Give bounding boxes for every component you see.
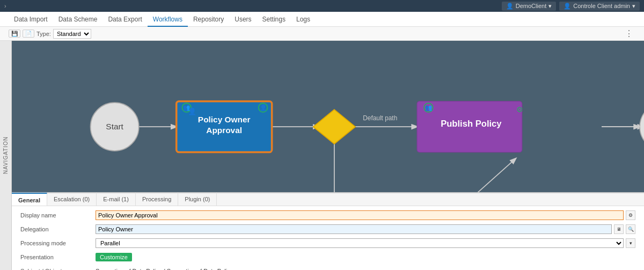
more-options-button[interactable]: ⋮ — [623, 28, 635, 39]
nav-label: NAVIGATION — [3, 136, 9, 174]
processing-mode-field: Parallel ▾ — [96, 237, 635, 249]
subject-object-field: Separation of Duty Policy / Separation o… — [96, 265, 635, 270]
admin-chevron: ▾ — [632, 3, 635, 10]
svg-text:⚙: ⚙ — [516, 105, 523, 114]
svg-text:Policy Owner: Policy Owner — [198, 115, 251, 124]
svg-text:Default path: Default path — [363, 114, 397, 122]
presentation-label: Presentation — [20, 251, 96, 263]
client-label: DemoClient — [516, 3, 546, 9]
save-alt-button[interactable]: 📄 — [23, 30, 34, 38]
tab-data-import[interactable]: Data Import — [9, 12, 53, 27]
subject-object-value: Separation of Duty Policy / Separation o… — [96, 268, 233, 270]
processing-mode-label: Processing mode — [20, 237, 96, 249]
top-bar-right: 👤 DemoClient ▾ 👤 Controle Client admin ▾ — [502, 2, 640, 11]
tab-general[interactable]: General — [12, 193, 47, 206]
save-button[interactable]: 💾 — [9, 30, 20, 38]
bottom-tabs: General Escalation (0) E-mail (1) Proces… — [12, 193, 644, 206]
delegation-input[interactable] — [96, 224, 612, 234]
svg-text:👤: 👤 — [188, 107, 197, 116]
display-name-label: Display name — [20, 209, 96, 221]
tab-repository[interactable]: Repository — [188, 12, 229, 27]
svg-text:👤: 👤 — [260, 104, 267, 111]
svg-marker-16 — [313, 110, 355, 144]
tab-processing[interactable]: Processing — [136, 193, 178, 206]
bottom-panel: General Escalation (0) E-mail (1) Proces… — [12, 192, 644, 270]
processing-mode-select[interactable]: Parallel — [96, 238, 624, 248]
presentation-field: Customize — [96, 251, 635, 263]
tab-users[interactable]: Users — [229, 12, 257, 27]
customize-button[interactable]: Customize — [96, 253, 132, 261]
display-name-icon-btn[interactable]: ⚙ — [626, 210, 635, 220]
svg-text:Publish Policy: Publish Policy — [441, 119, 502, 129]
type-select[interactable]: Standard — [53, 29, 91, 39]
svg-text:Approval: Approval — [206, 126, 242, 135]
delegation-label: Delegation — [20, 223, 96, 235]
top-bar: › 👤 DemoClient ▾ 👤 Controle Client admin… — [0, 0, 644, 12]
nav-tabs: Data Import Data Scheme Data Export Work… — [0, 12, 644, 27]
tab-plugin[interactable]: Plugin (0) — [178, 193, 217, 206]
display-name-field: ⚙ — [96, 209, 635, 221]
tab-workflows[interactable]: Workflows — [148, 12, 188, 27]
delegation-monitor-btn[interactable]: 🖥 — [614, 224, 624, 234]
tab-logs[interactable]: Logs — [291, 12, 316, 27]
expand-icon[interactable]: › — [4, 3, 15, 9]
workflow-canvas-area[interactable]: Start 👥 👤 👤 Policy Owner Approval Defaul… — [12, 41, 644, 270]
toolbar: 💾 📄 Type: Standard ⋮ — [0, 27, 644, 41]
delegation-field: 🖥 🔍 — [96, 223, 635, 235]
left-nav: NAVIGATION — [0, 41, 12, 270]
admin-label: Controle Client admin — [573, 3, 630, 9]
subject-object-label: Subject / Object — [20, 265, 96, 270]
type-label: Type: — [36, 31, 51, 37]
tab-data-export[interactable]: Data Export — [103, 12, 147, 27]
tab-settings[interactable]: Settings — [257, 12, 291, 27]
admin-icon: 👤 — [564, 3, 571, 10]
tab-escalation[interactable]: Escalation (0) — [47, 193, 97, 206]
main-layout: NAVIGATION Start — [0, 41, 644, 270]
client-icon: 👤 — [506, 3, 514, 10]
processing-mode-icon-btn[interactable]: ▾ — [626, 238, 635, 248]
admin-selector[interactable]: 👤 Controle Client admin ▾ — [559, 2, 640, 11]
tab-data-scheme[interactable]: Data Scheme — [53, 12, 103, 27]
tab-email[interactable]: E-mail (1) — [97, 193, 136, 206]
display-name-input[interactable] — [96, 210, 624, 220]
svg-point-31 — [640, 103, 644, 151]
client-selector[interactable]: 👤 DemoClient ▾ — [502, 2, 556, 11]
bottom-content: Display name ⚙ Delegation 🖥 🔍 Processing… — [12, 206, 644, 270]
svg-text:👥: 👥 — [425, 104, 433, 111]
delegation-search-btn[interactable]: 🔍 — [626, 224, 635, 234]
svg-text:Start: Start — [106, 122, 123, 131]
client-chevron: ▾ — [548, 3, 552, 10]
